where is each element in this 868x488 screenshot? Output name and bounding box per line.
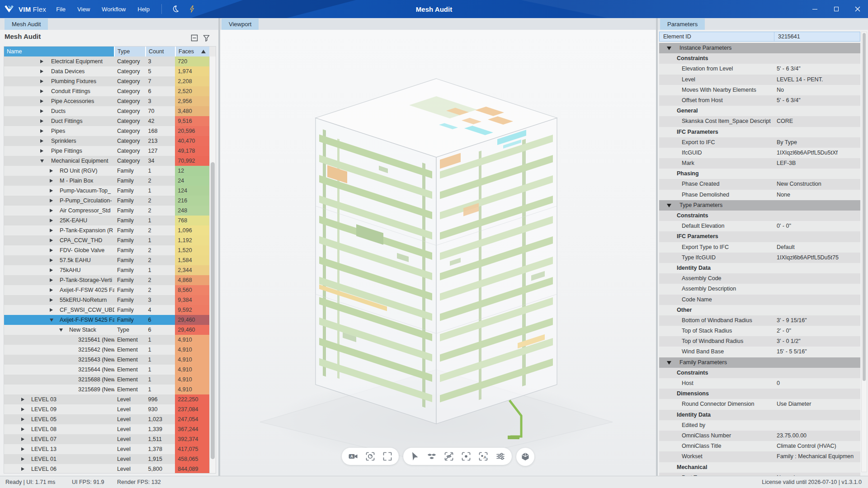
table-row[interactable]: CF_SWSI_CCW_UBD_Family49,592	[4, 305, 209, 315]
expand-arrow-icon[interactable]	[50, 239, 53, 242]
filter-settings-button[interactable]	[493, 449, 508, 464]
collapse-arrow-icon[interactable]	[40, 160, 44, 163]
expand-arrow-icon[interactable]	[50, 199, 53, 202]
expand-arrow-icon[interactable]	[21, 398, 24, 401]
parameter-row[interactable]: WorksetFamily : Mechanical Equipmen	[659, 451, 860, 462]
column-header-type[interactable]: Type	[115, 47, 146, 56]
tab-mesh-audit[interactable]: Mesh Audit	[5, 19, 48, 30]
table-row[interactable]: Plumbing FixturesCategory72,208	[4, 76, 209, 86]
table-row[interactable]: 75kAHUFamily12,344	[4, 265, 209, 275]
table-row[interactable]: Data DevicesCategory51,974	[4, 66, 209, 76]
minimize-button[interactable]	[804, 0, 826, 18]
collapse-all-button[interactable]	[190, 33, 199, 42]
expand-arrow-icon[interactable]	[50, 308, 53, 312]
table-row[interactable]: PipesCategory16820,596	[4, 126, 209, 136]
column-header-count[interactable]: Count	[146, 47, 176, 56]
performance-bolt-icon[interactable]	[188, 5, 196, 14]
table-row[interactable]: LEVEL 06Level5,800844,089	[4, 464, 209, 473]
table-row[interactable]: P-Tank-Expansion (RFamily21,096	[4, 225, 209, 235]
expand-arrow-icon[interactable]	[40, 80, 43, 83]
table-row[interactable]: CPA_CCW_THDFamily11,192	[4, 235, 209, 245]
isolate-eyes-button[interactable]	[424, 449, 439, 464]
parameter-row[interactable]: Host0	[659, 378, 860, 389]
parameter-row[interactable]: Offset from Host5' - 6 3/4"	[659, 95, 860, 106]
table-row[interactable]: 55kERU-NoReturnFamily39,384	[4, 295, 209, 305]
parameter-row[interactable]: Export Type to IFCDefault	[659, 242, 860, 253]
parameter-row[interactable]: Edited by	[659, 420, 860, 431]
parameter-row[interactable]: Wind Band Base15' - 5 5/16"	[659, 347, 860, 357]
expand-arrow-icon[interactable]	[40, 99, 43, 103]
right-splitter[interactable]	[656, 18, 658, 476]
table-row[interactable]: LEVEL 01Level1,915458,065	[4, 454, 209, 464]
expand-arrow-icon[interactable]	[21, 427, 24, 431]
section-box-button[interactable]	[518, 450, 533, 464]
expand-arrow-icon[interactable]	[40, 109, 43, 113]
expand-arrow-icon[interactable]	[40, 60, 43, 63]
parameter-row[interactable]: Elevation from Level5' - 6 3/4"	[659, 64, 860, 74]
table-row[interactable]: 3215643 (NewElement14,910	[4, 355, 209, 365]
table-row[interactable]: 57.5k EAHUFamily21,584	[4, 255, 209, 265]
viewport-3d[interactable]: AA	[220, 30, 656, 476]
fullscreen-button[interactable]	[380, 449, 395, 464]
table-row[interactable]: Pump-Vacuum-Top_Family1124	[4, 186, 209, 196]
expand-arrow-icon[interactable]	[21, 447, 24, 451]
parameter-section-header[interactable]: Type Parameters	[659, 200, 860, 211]
table-row[interactable]: 3215689 (NewElement14,910	[4, 385, 209, 394]
parameters-scrollbar[interactable]	[861, 32, 867, 472]
dark-mode-moon-icon[interactable]	[171, 5, 180, 14]
table-row[interactable]: LEVEL 13Level1,378417,075	[4, 444, 209, 454]
parameter-row[interactable]: Bottom of Windband Radius3' - 9 15/16"	[659, 315, 860, 326]
parameter-row[interactable]: Phase CreatedNew Construction	[659, 179, 860, 189]
parameter-row[interactable]: MarkLEF-3B	[659, 158, 860, 169]
table-row[interactable]: M - Plain BoxFamily224	[4, 176, 209, 186]
expand-arrow-icon[interactable]	[50, 229, 53, 232]
hide-element-button[interactable]	[441, 449, 457, 464]
table-row[interactable]: FDV- Globe ValveFamily21,520	[4, 245, 209, 255]
table-row[interactable]: New StackType629,460	[4, 325, 209, 335]
close-button[interactable]	[847, 0, 868, 18]
table-row[interactable]: Conduit FittingsCategory62,520	[4, 86, 209, 96]
expand-arrow-icon[interactable]	[40, 119, 43, 123]
menu-file[interactable]: File	[56, 6, 66, 13]
expand-arrow-icon[interactable]	[40, 129, 43, 133]
table-row[interactable]: P-Pump_Circulation-Family2216	[4, 196, 209, 206]
parameter-row[interactable]: Phase DemolishedNone	[659, 190, 860, 200]
table-row[interactable]: LEVEL 03Level996222,250	[4, 394, 209, 404]
parameter-row[interactable]: Skanska Cost Item_Space DescriptCORE	[659, 116, 860, 127]
expand-arrow-icon[interactable]	[40, 149, 43, 153]
filter-button[interactable]	[202, 33, 211, 42]
parameter-section-header[interactable]: Family Parameters	[659, 357, 860, 368]
table-row[interactable]: LEVEL 08Level1,339367,244	[4, 424, 209, 434]
table-row[interactable]: Air Compressor_StdFamily2248	[4, 206, 209, 216]
expand-arrow-icon[interactable]	[50, 268, 53, 272]
parameter-row[interactable]: Part TypeNormal	[659, 473, 860, 476]
table-row[interactable]: DuctsCategory703,480	[4, 106, 209, 116]
collapse-arrow-icon[interactable]	[59, 328, 63, 332]
table-row[interactable]: 3215642 (NewElement14,910	[4, 345, 209, 355]
expand-arrow-icon[interactable]	[50, 249, 53, 252]
tab-parameters[interactable]: Parameters	[660, 19, 705, 30]
table-scrollbar-thumb[interactable]	[211, 162, 215, 459]
section-collapse-icon[interactable]	[667, 204, 671, 207]
expand-arrow-icon[interactable]	[40, 139, 43, 143]
expand-arrow-icon[interactable]	[50, 169, 53, 173]
parameter-row[interactable]: Default Elevation0' - 0"	[659, 221, 860, 231]
tab-viewport[interactable]: Viewport	[222, 19, 259, 30]
parameter-row[interactable]: Type IfcGUID1IXIqzl6b6APtfL5Du5t75	[659, 253, 860, 263]
maximize-button[interactable]	[826, 0, 847, 18]
parameter-row[interactable]: Top of Windband Radius3' - 0 1/2"	[659, 336, 860, 347]
expand-arrow-icon[interactable]	[21, 437, 24, 441]
frame-selection-auto-button[interactable]: A	[476, 449, 491, 464]
table-row[interactable]: Electrical EquipmentCategory3720	[4, 56, 209, 66]
expand-arrow-icon[interactable]	[50, 288, 53, 292]
expand-arrow-icon[interactable]	[21, 457, 24, 461]
parameter-row[interactable]: OmniClass Number23.75.00.00	[659, 431, 860, 441]
table-row[interactable]: 3215641 (NewElement14,910	[4, 335, 209, 345]
table-row[interactable]: LEVEL 05Level1,023247,054	[4, 414, 209, 424]
table-row[interactable]: LEVEL 07Level1,511392,374	[4, 434, 209, 444]
expand-arrow-icon[interactable]	[50, 258, 53, 262]
parameter-row[interactable]: Export to IFCBy Type	[659, 137, 860, 148]
expand-arrow-icon[interactable]	[21, 408, 24, 411]
menu-help[interactable]: Help	[137, 6, 150, 13]
frame-selection-button[interactable]	[458, 449, 474, 464]
